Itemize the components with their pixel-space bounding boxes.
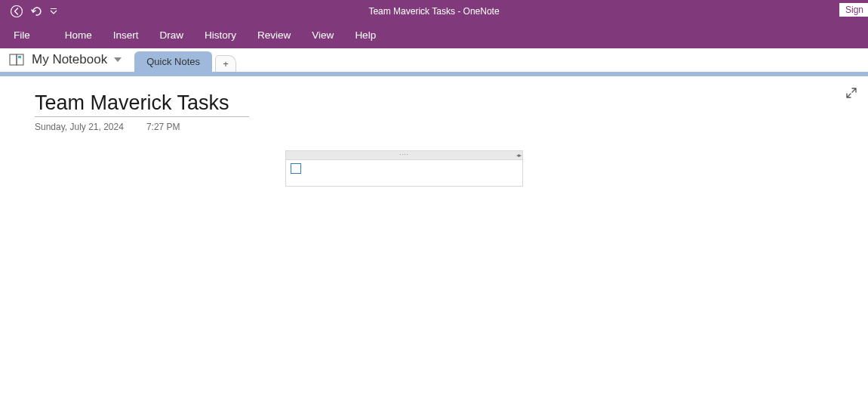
section-tab-quick-notes[interactable]: Quick Notes: [134, 51, 212, 72]
ribbon-tab-view[interactable]: View: [301, 23, 344, 47]
todo-checkbox[interactable]: [291, 163, 301, 174]
note-container[interactable]: ···· ◂▸: [285, 150, 523, 187]
grip-icon: ····: [399, 153, 409, 157]
ribbon: File Home Insert Draw History Review Vie…: [0, 22, 868, 48]
section-tabs: Quick Notes +: [134, 48, 236, 72]
notebook-icon: [9, 53, 26, 66]
qat-customize-button[interactable]: [47, 2, 60, 20]
quick-access-toolbar: [0, 2, 60, 20]
ribbon-tab-home[interactable]: Home: [54, 23, 103, 47]
page-date[interactable]: Sunday, July 21, 2024: [35, 122, 124, 132]
note-container-header[interactable]: ···· ◂▸: [285, 150, 523, 159]
notebook-picker[interactable]: My Notebook: [8, 48, 127, 71]
page-canvas[interactable]: Team Maverick Tasks Sunday, July 21, 202…: [0, 76, 868, 411]
fullscreen-button[interactable]: [845, 87, 857, 101]
svg-point-0: [11, 5, 23, 17]
section-bar: My Notebook Quick Notes +: [0, 48, 868, 76]
add-section-button[interactable]: +: [215, 55, 236, 72]
back-button[interactable]: [8, 2, 26, 20]
ribbon-tab-help[interactable]: Help: [344, 23, 386, 47]
undo-icon: [29, 5, 43, 18]
ribbon-tab-file[interactable]: File: [9, 23, 41, 47]
sign-in-button[interactable]: Sign: [839, 3, 868, 17]
resize-handle-icon[interactable]: ◂▸: [516, 152, 521, 159]
page-title[interactable]: Team Maverick Tasks: [35, 91, 249, 117]
back-arrow-icon: [10, 5, 23, 18]
ribbon-tab-history[interactable]: History: [194, 23, 247, 47]
note-container-body[interactable]: [285, 159, 523, 187]
title-bar: Team Maverick Tasks - OneNote Sign: [0, 0, 868, 22]
ribbon-tab-review[interactable]: Review: [247, 23, 301, 47]
svg-rect-4: [18, 56, 21, 58]
svg-rect-2: [10, 54, 17, 65]
chevron-down-icon: [113, 52, 122, 67]
page-time[interactable]: 7:27 PM: [146, 122, 180, 132]
chevron-down-icon: [50, 8, 57, 15]
page-meta: Sunday, July 21, 2024 7:27 PM: [35, 122, 868, 132]
window-title: Team Maverick Tasks - OneNote: [368, 6, 499, 17]
svg-rect-1: [51, 8, 57, 9]
ribbon-tab-draw[interactable]: Draw: [149, 23, 195, 47]
expand-icon: [845, 87, 857, 99]
ribbon-tab-insert[interactable]: Insert: [103, 23, 149, 47]
undo-button[interactable]: [27, 2, 45, 20]
notebook-name: My Notebook: [32, 52, 107, 67]
